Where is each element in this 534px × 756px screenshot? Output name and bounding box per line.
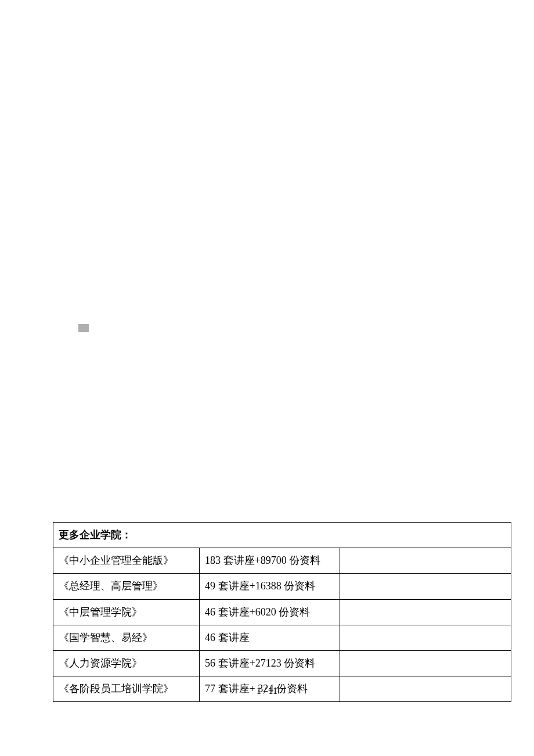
course-empty: [340, 574, 511, 599]
course-desc: 49 套讲座+16388 份资料: [200, 574, 340, 599]
table-row: 《总经理、高层管理》 49 套讲座+16388 份资料: [53, 574, 511, 599]
page-number: 1 / 11: [0, 686, 534, 696]
course-desc: 46 套讲座+6020 份资料: [200, 599, 340, 625]
course-name: 《国学智慧、易经》: [53, 625, 200, 650]
table-row: 《国学智慧、易经》 46 套讲座: [53, 625, 511, 650]
course-desc: 56 套讲座+27123 份资料: [200, 650, 340, 676]
course-empty: [340, 650, 511, 676]
table-row: 《中小企业管理全能版》 183 套讲座+89700 份资料: [53, 548, 511, 574]
course-name: 《中小企业管理全能版》: [53, 548, 200, 574]
table-title: 更多企业学院：: [53, 523, 511, 548]
decorative-box: [78, 324, 89, 332]
table-header-row: 更多企业学院：: [53, 523, 511, 548]
course-empty: [340, 548, 511, 574]
table-row: 《人力资源学院》 56 套讲座+27123 份资料: [53, 650, 511, 676]
course-empty: [340, 625, 511, 650]
course-name: 《中层管理学院》: [53, 599, 200, 625]
course-name: 《人力资源学院》: [53, 650, 200, 676]
table-row: 《中层管理学院》 46 套讲座+6020 份资料: [53, 599, 511, 625]
course-desc: 46 套讲座: [200, 625, 340, 650]
course-name: 《总经理、高层管理》: [53, 574, 200, 599]
page: 更多企业学院： 《中小企业管理全能版》 183 套讲座+89700 份资料 《总…: [0, 0, 534, 756]
course-table: 更多企业学院： 《中小企业管理全能版》 183 套讲座+89700 份资料 《总…: [53, 522, 511, 702]
course-desc: 183 套讲座+89700 份资料: [200, 548, 340, 574]
course-empty: [340, 599, 511, 625]
